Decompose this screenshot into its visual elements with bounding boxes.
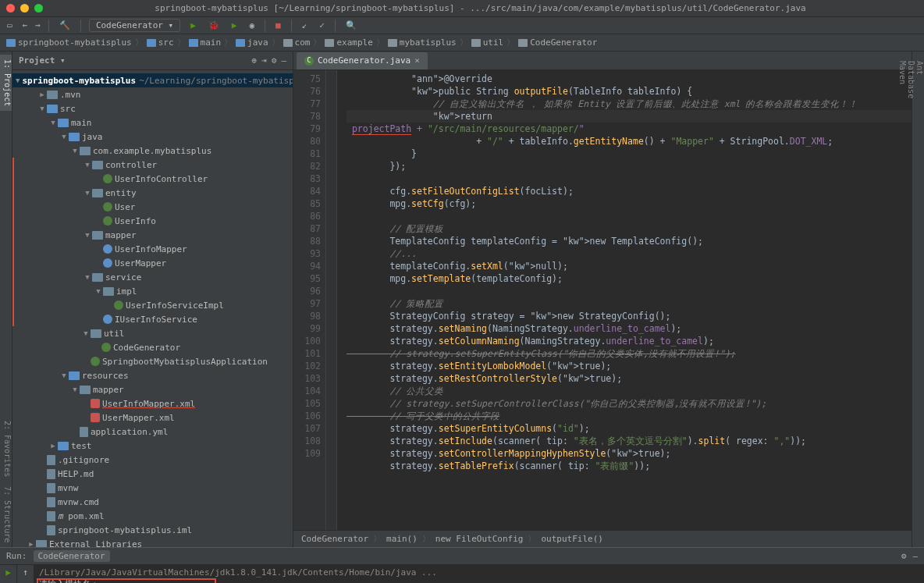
code-editor[interactable]: 7576777879808182838485868788939495969798… bbox=[293, 70, 912, 530]
tab-ant[interactable]: Ant bbox=[915, 56, 924, 547]
run-config-select[interactable]: CodeGenerator ▾ bbox=[89, 19, 180, 32]
tree-item[interactable]: mvnw.cmd bbox=[12, 495, 293, 509]
view-select[interactable]: Project ▾ bbox=[19, 55, 66, 66]
console-line: /Library/Java/JavaVirtualMachines/jdk1.8… bbox=[39, 567, 919, 578]
rerun-icon[interactable]: ▶ bbox=[5, 567, 11, 578]
vcs-update-icon[interactable]: ↙ bbox=[300, 20, 310, 30]
breadcrumb-item[interactable]: java bbox=[236, 37, 268, 48]
crumb-item[interactable]: main() bbox=[386, 534, 418, 544]
breadcrumb-item[interactable]: util bbox=[471, 37, 504, 48]
class-icon: C bbox=[304, 56, 314, 66]
tree-item[interactable]: springboot-mybatisplus.iml bbox=[12, 523, 293, 537]
tree-item[interactable]: ▼mapper bbox=[12, 382, 293, 396]
crumb-item[interactable]: outputFile() bbox=[541, 534, 602, 544]
collapse-icon[interactable]: ⇥ bbox=[261, 55, 267, 66]
breadcrumb-item[interactable]: CodeGenerator bbox=[518, 37, 597, 48]
tree-item[interactable]: application.yml bbox=[12, 425, 293, 439]
search-icon[interactable]: 🔍 bbox=[343, 20, 359, 30]
tree-item[interactable]: CodeGenerator bbox=[12, 340, 293, 354]
editor-breadcrumb[interactable]: CodeGenerator〉main()〉new FileOutConfig〉o… bbox=[293, 530, 912, 547]
profile-icon[interactable]: ◉ bbox=[247, 20, 257, 30]
breadcrumb-item[interactable]: src bbox=[147, 37, 174, 48]
tree-root[interactable]: ▼springboot-mybatisplus~/Learning/spring… bbox=[12, 73, 293, 87]
breadcrumb-item[interactable]: example bbox=[325, 37, 372, 48]
locate-icon[interactable]: ⊕ bbox=[252, 55, 258, 66]
tree-item[interactable]: mvnw bbox=[12, 481, 293, 495]
sidebar-header: Project ▾ ⊕ ⇥ ⚙ — bbox=[12, 52, 293, 70]
coverage-icon[interactable]: ▶ bbox=[229, 20, 240, 30]
breadcrumb-item[interactable]: main bbox=[189, 37, 222, 48]
main-toolbar: ▭ ← → 🔨 CodeGenerator ▾ ▶ 🐞 ▶ ◉ ■ ↙ ✓ 🔍 bbox=[0, 17, 924, 34]
code-content[interactable]: "ann">@Override "kw">public String outpu… bbox=[337, 70, 912, 530]
build-icon[interactable]: 🔨 bbox=[57, 20, 73, 30]
debug-icon[interactable]: 🐞 bbox=[206, 20, 222, 30]
tree-item[interactable]: ▼main bbox=[12, 116, 293, 130]
open-icon[interactable]: ▭ bbox=[5, 20, 15, 30]
crumb-item[interactable]: new FileOutConfig bbox=[435, 534, 524, 544]
hide-icon[interactable]: — bbox=[281, 55, 286, 66]
fold-gutter[interactable] bbox=[326, 70, 337, 530]
navigation-breadcrumb[interactable]: springboot-mybatisplus〉src〉main〉java〉com… bbox=[0, 34, 924, 52]
run-icon[interactable]: ▶ bbox=[188, 20, 198, 30]
tree-item[interactable]: ▼resources bbox=[12, 368, 293, 382]
hide-icon[interactable]: — bbox=[912, 551, 918, 561]
vcs-commit-icon[interactable]: ✓ bbox=[317, 20, 327, 30]
tree-item[interactable]: UserMapper bbox=[12, 256, 293, 270]
tree-item[interactable]: SpringbootMybatisplusApplication bbox=[12, 354, 293, 368]
stop-icon[interactable]: ■ bbox=[273, 20, 283, 30]
editor-tab[interactable]: C CodeGenerator.java × bbox=[297, 52, 428, 69]
minimize-icon[interactable] bbox=[20, 4, 29, 12]
editor-tabs: C CodeGenerator.java × bbox=[293, 52, 912, 70]
tab-database[interactable]: Database bbox=[907, 56, 915, 547]
tree-item[interactable]: ▼entity bbox=[12, 186, 293, 200]
close-tab-icon[interactable]: × bbox=[414, 55, 420, 66]
tree-item[interactable]: .gitignore bbox=[12, 453, 293, 467]
tree-item[interactable]: UserInfoController bbox=[12, 172, 293, 186]
tree-item[interactable]: ▼util bbox=[12, 326, 293, 340]
nav-back-icon[interactable]: ← bbox=[23, 20, 28, 30]
tree-item[interactable]: UserInfoMapper.xml bbox=[12, 396, 293, 411]
tab-favorites[interactable]: 2: Favorites bbox=[0, 416, 12, 482]
tree-item[interactable]: ▼mapper bbox=[12, 228, 293, 242]
tree-item[interactable]: ▼com.example.mybatisplus bbox=[12, 144, 293, 158]
nav-fwd-icon[interactable]: → bbox=[35, 20, 41, 30]
tree-item[interactable]: User bbox=[12, 200, 293, 214]
tree-item[interactable]: ▶test bbox=[12, 439, 293, 453]
right-tool-strip: Ant Database Maven bbox=[912, 52, 924, 547]
zoom-icon[interactable] bbox=[34, 4, 43, 12]
console-output[interactable]: /Library/Java/JavaVirtualMachines/jdk1.8… bbox=[34, 565, 924, 583]
gear-icon[interactable]: ⚙ bbox=[901, 551, 907, 561]
tree-item[interactable]: HELP.md bbox=[12, 467, 293, 481]
tree-item[interactable]: m pom.xml bbox=[12, 509, 293, 523]
tree-item[interactable]: ▼service bbox=[12, 270, 293, 284]
tree-item[interactable]: ▼controller bbox=[12, 158, 293, 172]
close-icon[interactable] bbox=[6, 4, 15, 12]
tab-project[interactable]: 1: Project bbox=[0, 55, 12, 111]
project-tree[interactable]: ▼springboot-mybatisplus~/Learning/spring… bbox=[12, 70, 293, 547]
console-line: 请输入模块名： bbox=[39, 578, 919, 583]
tree-item[interactable]: ▶External Libraries bbox=[12, 537, 293, 547]
tree-item[interactable]: UserMapper.xml bbox=[12, 411, 293, 425]
up-icon[interactable]: ↑ bbox=[23, 567, 28, 578]
breadcrumb-item[interactable]: mybatisplus bbox=[388, 37, 457, 48]
tree-item[interactable]: UserInfo bbox=[12, 214, 293, 228]
tree-item[interactable]: ▼java bbox=[12, 130, 293, 144]
tree-item[interactable]: ▼src bbox=[12, 101, 293, 116]
window-controls[interactable] bbox=[6, 4, 43, 12]
tab-maven[interactable]: Maven bbox=[898, 56, 907, 547]
left-tool-strip: 1: Project 2: Favorites 7: Structure bbox=[0, 52, 12, 547]
tree-item[interactable]: ▶.mvn bbox=[12, 87, 293, 101]
breadcrumb-item[interactable]: com bbox=[283, 37, 311, 48]
crumb-item[interactable]: CodeGenerator bbox=[301, 534, 368, 544]
project-sidebar: Project ▾ ⊕ ⇥ ⚙ — ▼springboot-mybatisplu… bbox=[12, 52, 293, 547]
gear-icon[interactable]: ⚙ bbox=[272, 55, 277, 66]
line-gutter[interactable]: 7576777879808182838485868788939495969798… bbox=[293, 70, 326, 530]
titlebar: springboot-mybatisplus [~/Learning/sprin… bbox=[0, 0, 924, 17]
tab-structure[interactable]: 7: Structure bbox=[0, 482, 12, 547]
tree-item[interactable]: UserInfoServiceImpl bbox=[12, 298, 293, 312]
tree-item[interactable]: ▼impl bbox=[12, 284, 293, 298]
run-config-label: CodeGenerator bbox=[34, 550, 110, 562]
tree-item[interactable]: IUserInfoService bbox=[12, 312, 293, 326]
breadcrumb-item[interactable]: springboot-mybatisplus bbox=[6, 37, 132, 48]
tree-item[interactable]: UserInfoMapper bbox=[12, 242, 293, 256]
